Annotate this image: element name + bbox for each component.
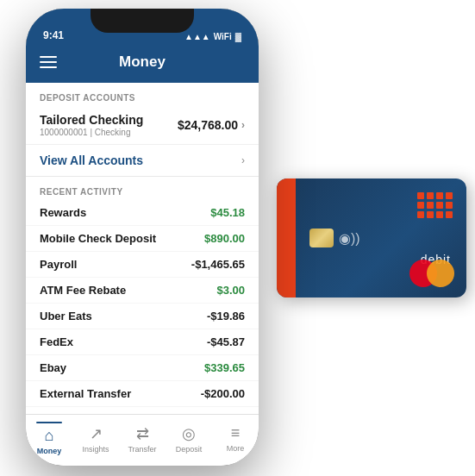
- tab-money[interactable]: ⌂ Money: [26, 422, 72, 455]
- tab-insights[interactable]: ↗ Insights: [72, 424, 119, 454]
- deposit-section-header: DEPOSIT ACCOUNTS: [26, 83, 259, 106]
- account-chevron-icon: ›: [241, 119, 245, 131]
- mc-yellow-circle: [427, 260, 454, 287]
- activity-name: Ebay: [40, 361, 66, 374]
- activity-name: Mobile Check Deposit: [40, 232, 156, 245]
- activity-item[interactable]: Rewards$45.18: [26, 200, 259, 226]
- debit-card: ◉)) debit: [277, 178, 466, 298]
- activity-item[interactable]: Payroll-$1,465.65: [26, 252, 259, 278]
- chip-wave-icon: ◉)): [339, 230, 360, 247]
- activity-name: Rewards: [40, 206, 86, 219]
- card-chip: ◉)): [309, 229, 360, 247]
- app-header: Money: [26, 47, 259, 83]
- wifi-icon: WiFi: [214, 32, 232, 41]
- activity-item[interactable]: ATM Fee Rebate$3.00: [26, 278, 259, 304]
- account-info: Tailored Checking 1000000001 | Checking: [40, 113, 143, 137]
- menu-button[interactable]: [40, 56, 57, 68]
- account-name: Tailored Checking: [40, 113, 143, 127]
- account-number: 1000000001 | Checking: [40, 128, 143, 137]
- home-icon: ⌂: [45, 427, 54, 445]
- checking-account-row[interactable]: Tailored Checking 1000000001 | Checking …: [26, 106, 259, 145]
- activity-name: ATM Fee Rebate: [40, 284, 126, 297]
- tab-active-indicator: [36, 422, 62, 423]
- card-dots-grid: [417, 192, 453, 218]
- activity-amount: $339.65: [204, 361, 245, 374]
- tab-money-label: Money: [37, 447, 62, 455]
- activity-item[interactable]: Ebay$339.65: [26, 355, 259, 381]
- tab-more[interactable]: ≡ More: [212, 424, 259, 453]
- view-all-accounts-button[interactable]: View All Accounts ›: [26, 145, 259, 177]
- card-mastercard-logo: [409, 260, 454, 287]
- activity-amount: $45.18: [210, 206, 245, 219]
- activity-amount: $890.00: [204, 232, 245, 245]
- hamburger-line-2: [40, 61, 57, 63]
- status-icons: ▲▲▲ WiFi ▓: [184, 32, 241, 41]
- activity-amount: $3.00: [216, 284, 245, 297]
- hamburger-line-1: [40, 56, 57, 58]
- scene: ◉)) debit 9:41 ▲▲▲ WiFi ▓: [0, 0, 475, 476]
- more-icon: ≡: [231, 424, 241, 442]
- chip-gold: [309, 229, 334, 247]
- account-amount: $24,768.00 ›: [178, 118, 245, 132]
- view-all-chevron-icon: ›: [241, 154, 245, 166]
- activity-item[interactable]: Uber Eats-$19.86: [26, 304, 259, 329]
- activity-item[interactable]: FedEx-$45.87: [26, 329, 259, 355]
- tab-transfer[interactable]: ⇄ Transfer: [119, 424, 166, 454]
- activity-item[interactable]: Hubspot-$50.00: [26, 407, 259, 414]
- activity-amount: -$45.87: [207, 335, 245, 348]
- activity-amount: -$1,465.65: [191, 258, 245, 271]
- tab-bar: ⌂ Money ↗ Insights ⇄ Transfer ◎ Deposit …: [26, 414, 259, 466]
- deposit-icon: ◎: [182, 424, 196, 443]
- activity-name: External Transfer: [40, 387, 131, 400]
- activity-section-header: RECENT ACTIVITY: [26, 177, 259, 200]
- phone-frame: 9:41 ▲▲▲ WiFi ▓ Money DEPOSIT A: [26, 9, 259, 466]
- activity-amount: -$19.86: [207, 310, 245, 323]
- hamburger-line-3: [40, 66, 57, 68]
- activity-amount: -$200.00: [201, 387, 245, 400]
- status-time: 9:41: [43, 29, 64, 41]
- insights-icon: ↗: [90, 424, 103, 443]
- main-content: DEPOSIT ACCOUNTS Tailored Checking 10000…: [26, 83, 259, 414]
- card-stripe: [277, 178, 296, 298]
- phone-notch: [91, 9, 194, 33]
- tab-more-label: More: [227, 444, 245, 453]
- battery-icon: ▓: [235, 32, 241, 41]
- activity-list: Rewards$45.18Mobile Check Deposit$890.00…: [26, 200, 259, 414]
- activity-item[interactable]: Mobile Check Deposit$890.00: [26, 226, 259, 252]
- activity-name: Uber Eats: [40, 310, 92, 323]
- signal-icon: ▲▲▲: [184, 32, 210, 41]
- tab-insights-label: Insights: [82, 445, 109, 454]
- view-all-label: View All Accounts: [40, 153, 143, 167]
- activity-name: FedEx: [40, 335, 73, 348]
- tab-transfer-label: Transfer: [128, 445, 156, 454]
- activity-item[interactable]: External Transfer-$200.00: [26, 381, 259, 407]
- activity-name: Payroll: [40, 258, 77, 271]
- transfer-icon: ⇄: [136, 424, 149, 443]
- tab-deposit[interactable]: ◎ Deposit: [166, 424, 212, 454]
- phone-screen: 9:41 ▲▲▲ WiFi ▓ Money DEPOSIT A: [26, 9, 259, 466]
- tab-deposit-label: Deposit: [176, 445, 203, 454]
- header-title: Money: [119, 53, 166, 71]
